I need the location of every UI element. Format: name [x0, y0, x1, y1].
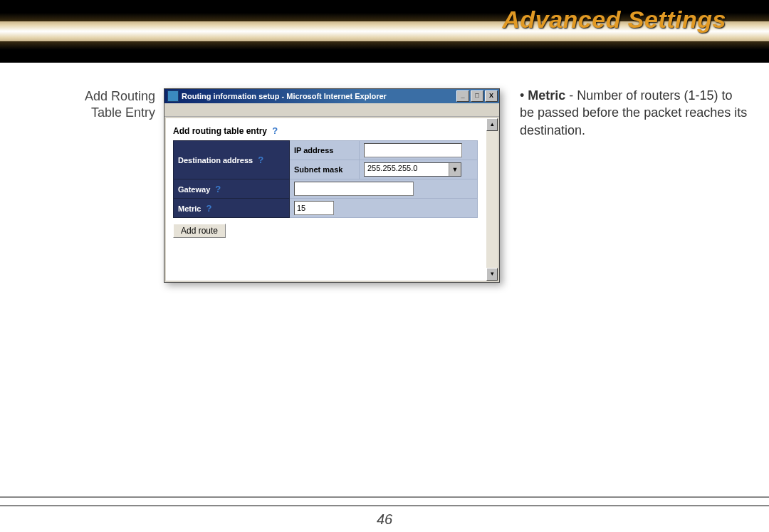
add-route-button[interactable]: Add route [173, 224, 226, 238]
metric-description: • Metric - Number of routers (1-15) to b… [520, 87, 748, 139]
ip-address-cell [360, 141, 478, 160]
help-icon[interactable]: ? [206, 203, 211, 214]
ie-icon [167, 90, 179, 102]
ip-address-label: IP address [290, 141, 360, 160]
metric-cell [290, 199, 478, 218]
scroll-up-icon[interactable]: ▴ [486, 118, 498, 131]
metric-label: Metric [178, 204, 201, 213]
section-title-text: Add routing table entry [173, 126, 267, 136]
page-title: Advanced Settings [502, 6, 726, 33]
subnet-mask-label: Subnet mask [290, 160, 360, 179]
desc-sep: - [565, 88, 577, 103]
header-dark-bottom [0, 41, 769, 63]
figure-caption: Add Routing Table Entry [63, 88, 155, 122]
dest-ip-row: Destination address ? IP address [174, 141, 478, 160]
dest-addr-label-cell: Destination address ? [174, 141, 290, 179]
caption-line-2: Table Entry [91, 105, 155, 120]
metric-input[interactable] [294, 201, 334, 215]
metric-label-cell: Metric ? [174, 199, 290, 218]
scrollbar[interactable]: ▴ ▾ [486, 118, 498, 281]
subnet-mask-value: 255.255.255.0 [365, 163, 449, 176]
help-icon[interactable]: ? [272, 125, 278, 136]
help-icon[interactable]: ? [258, 155, 263, 165]
window-toolbar [164, 103, 499, 117]
caption-line-1: Add Routing [85, 89, 155, 103]
window-title: Routing information setup - Microsoft In… [182, 92, 456, 100]
window-content: ▴ ▾ Add routing table entry ? Destinatio… [164, 117, 499, 282]
metric-row: Metric ? [174, 199, 478, 218]
chevron-down-icon: ▼ [449, 163, 461, 176]
subnet-mask-select[interactable]: 255.255.255.0 ▼ [364, 162, 461, 177]
gateway-label-cell: Gateway ? [174, 179, 290, 199]
gateway-input[interactable] [294, 182, 414, 196]
ie-window: Routing information setup - Microsoft In… [164, 88, 500, 283]
window-buttons: _ □ X [456, 90, 498, 102]
gateway-cell [290, 179, 478, 199]
footer-rule [0, 496, 769, 506]
close-button[interactable]: X [485, 90, 498, 102]
routing-form-table: Destination address ? IP address Subnet … [173, 140, 478, 218]
page-header-band: Advanced Settings [0, 0, 769, 63]
page-number: 46 [0, 511, 769, 528]
dest-addr-label: Destination address [178, 156, 253, 165]
scroll-down-icon[interactable]: ▾ [486, 268, 498, 281]
minimize-button[interactable]: _ [456, 90, 469, 102]
ip-address-input[interactable] [364, 143, 462, 157]
subnet-mask-cell: 255.255.255.0 ▼ [360, 160, 478, 179]
window-titlebar[interactable]: Routing information setup - Microsoft In… [164, 89, 499, 103]
gateway-label: Gateway [178, 185, 210, 194]
gateway-row: Gateway ? [174, 179, 478, 199]
help-icon[interactable]: ? [215, 184, 221, 194]
section-title: Add routing table entry ? [173, 125, 478, 136]
maximize-button[interactable]: □ [471, 90, 483, 102]
desc-term: Metric [528, 88, 565, 103]
bullet-glyph: • [520, 88, 524, 103]
